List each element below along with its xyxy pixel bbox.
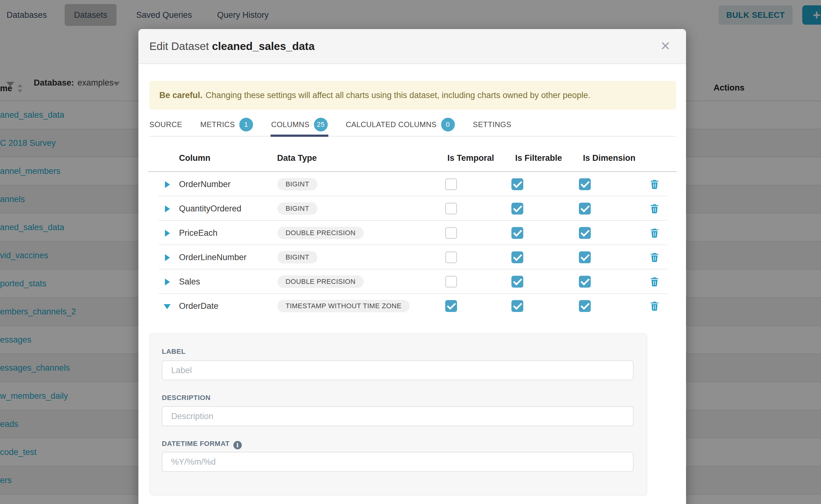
column-name: OrderNumber (179, 172, 230, 196)
expand-caret-icon[interactable] (165, 230, 170, 237)
tab-label: CALCULATED COLUMNS (346, 120, 437, 129)
tab-label: COLUMNS (271, 120, 309, 129)
column-detail-panel: LABEL DESCRIPTION DATETIME FORMATi (149, 333, 647, 496)
column-row-ordernumber: OrderNumberBIGINT (138, 172, 686, 196)
is-temporal-checkbox[interactable] (445, 203, 457, 215)
expand-caret-icon[interactable] (165, 205, 170, 212)
columns-table-body: OrderNumberBIGINTQuantityOrderedBIGINTPr… (138, 172, 686, 318)
delete-column-icon[interactable] (649, 252, 660, 263)
data-type-pill: BIGINT (277, 202, 317, 215)
is-filterable-checkbox[interactable] (512, 203, 523, 215)
edit-dataset-modal: Edit Dataset cleaned_sales_data × Be car… (138, 29, 686, 504)
datetime-format-input[interactable] (162, 452, 634, 472)
columns-table-header: ColumnData TypeIs TemporalIs FilterableI… (138, 153, 686, 171)
data-type-pill: DOUBLE PRECISION (277, 227, 363, 239)
column-row-sales: SalesDOUBLE PRECISION (138, 269, 686, 294)
column-name: QuantityOrdered (179, 196, 241, 221)
is-filterable-checkbox[interactable] (512, 251, 523, 263)
tab-label: SOURCE (149, 120, 182, 129)
is-dimension-checkbox[interactable] (579, 178, 591, 190)
label-field-label: LABEL (162, 348, 185, 356)
tab-settings[interactable]: SETTINGS (473, 113, 512, 136)
data-type-pill: BIGINT (277, 178, 317, 190)
is-dimension-checkbox[interactable] (579, 227, 591, 239)
is-filterable-checkbox[interactable] (512, 227, 523, 239)
info-icon[interactable]: i (233, 441, 242, 449)
is-dimension-checkbox[interactable] (579, 300, 591, 312)
is-dimension-checkbox[interactable] (579, 251, 591, 263)
delete-column-icon[interactable] (649, 179, 660, 190)
expand-caret-icon[interactable] (165, 254, 170, 261)
description-field-label: DESCRIPTION (162, 394, 210, 402)
tab-metrics[interactable]: METRICS1 (200, 113, 253, 136)
column-name: OrderDate (179, 294, 218, 318)
is-dimension-checkbox[interactable] (579, 203, 591, 215)
dataset-name: cleaned_sales_data (212, 40, 314, 52)
column-name: OrderLineNumber (179, 245, 246, 269)
tab-count-badge: 1 (239, 118, 253, 131)
is-filterable-checkbox[interactable] (512, 178, 523, 190)
column-header-is-dimension: Is Dimension (583, 153, 636, 163)
delete-column-icon[interactable] (649, 203, 660, 214)
is-temporal-checkbox[interactable] (445, 276, 457, 288)
close-icon[interactable]: × (655, 36, 675, 56)
is-temporal-checkbox[interactable] (445, 300, 457, 312)
column-name: PriceEach (179, 221, 217, 245)
modal-title: Edit Dataset cleaned_sales_data (149, 29, 314, 63)
data-type-pill: BIGINT (277, 251, 317, 264)
datetime-format-field-label: DATETIME FORMATi (162, 440, 242, 449)
is-temporal-checkbox[interactable] (445, 178, 457, 190)
data-type-pill: TIMESTAMP WITHOUT TIME ZONE (277, 300, 409, 312)
warning-bold: Be careful. (159, 91, 202, 100)
collapse-caret-icon[interactable] (164, 304, 171, 309)
modal-header: Edit Dataset cleaned_sales_data × (138, 29, 686, 64)
data-type-pill: DOUBLE PRECISION (277, 275, 363, 288)
column-header-data-type: Data Type (277, 153, 317, 163)
description-input[interactable] (162, 406, 634, 426)
column-row-priceeach: PriceEachDOUBLE PRECISION (138, 221, 686, 245)
is-dimension-checkbox[interactable] (579, 276, 591, 288)
tab-columns[interactable]: COLUMNS25 (271, 113, 328, 136)
expand-caret-icon[interactable] (165, 181, 170, 188)
delete-column-icon[interactable] (649, 300, 660, 312)
modal-tabs-bar: SOURCEMETRICS1COLUMNS25CALCULATED COLUMN… (149, 113, 676, 137)
column-row-quantityordered: QuantityOrderedBIGINT (138, 196, 686, 221)
is-filterable-checkbox[interactable] (512, 276, 523, 288)
column-name: Sales (179, 269, 200, 294)
is-filterable-checkbox[interactable] (512, 300, 523, 312)
is-temporal-checkbox[interactable] (445, 251, 457, 263)
column-header-is-temporal: Is Temporal (448, 153, 494, 163)
tab-source[interactable]: SOURCE (149, 113, 182, 136)
tab-label: METRICS (200, 120, 235, 129)
is-temporal-checkbox[interactable] (445, 227, 457, 239)
column-row-orderdate: OrderDateTIMESTAMP WITHOUT TIME ZONE (138, 294, 686, 318)
warning-text: Changing these settings will affect all … (205, 91, 591, 100)
expand-caret-icon[interactable] (165, 279, 170, 285)
tab-count-badge: 0 (441, 118, 455, 131)
tab-count-badge: 25 (314, 118, 328, 131)
label-input[interactable] (162, 360, 634, 380)
column-header-column: Column (179, 153, 210, 163)
column-header-is-filterable: Is Filterable (515, 153, 562, 163)
tab-calculated-columns[interactable]: CALCULATED COLUMNS0 (346, 113, 455, 136)
tab-label: SETTINGS (473, 120, 512, 129)
delete-column-icon[interactable] (649, 276, 660, 287)
warning-banner: Be careful. Changing these settings will… (149, 81, 676, 110)
delete-column-icon[interactable] (649, 227, 660, 239)
column-row-orderlinenumber: OrderLineNumberBIGINT (138, 245, 686, 269)
